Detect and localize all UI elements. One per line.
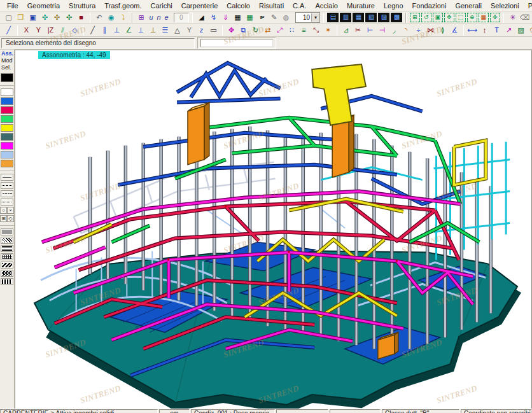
measure-pencil-icon[interactable]: ✎ [268,12,280,24]
stretch-element-icon[interactable]: ⤢ [274,25,286,36]
snap-free-icon[interactable]: ╱ [87,25,99,36]
stop-record-icon[interactable]: ■ [75,12,87,24]
explode-element-icon[interactable]: ✶ [322,25,334,36]
menu-calcolo[interactable]: Calcolo [222,1,255,10]
menu-struttura[interactable]: Struttura [64,1,100,10]
leader-tool-icon[interactable]: ↗ [503,25,515,36]
color-swatch-ff00ff[interactable] [1,142,13,150]
angle-tool-icon[interactable]: ∡ [449,25,461,36]
menu-risultati[interactable]: Risultati [255,1,288,10]
select-polyline-icon[interactable]: ↯ [207,12,220,24]
join-tool-icon[interactable]: ⋈ [424,25,437,36]
marker-cross[interactable]: × [7,207,14,214]
drawing-canvas[interactable]: Assonometria : 44, -49 [15,50,532,409]
chamfer-tool-icon[interactable]: ◝ [400,25,412,36]
zoom-all-icon[interactable]: ✜ [490,13,500,22]
model-3d-view[interactable] [15,50,531,409]
window-layout-5-icon[interactable]: ▨ [378,13,389,22]
linestyle-dashdot[interactable] [1,190,13,197]
menu-geometria[interactable]: Geometria [23,1,64,10]
snap-parallel-icon[interactable]: ∥ [99,25,111,36]
coord-x-icon[interactable]: X [20,25,32,36]
globe-render-icon[interactable]: ◍ [280,12,292,24]
snap-box-icon[interactable]: ▭ [207,25,220,36]
marker-circle[interactable]: ○ [0,207,7,214]
zoom-grid-icon[interactable]: ▦ [479,13,489,22]
snap-axis-z-icon[interactable]: z [195,25,207,36]
menu-trasf-geom-[interactable]: Trasf.geom. [100,1,146,10]
fill-solid-gray[interactable] [1,228,13,235]
extend-right-icon[interactable]: ⊣ [376,25,388,36]
combo-dropdown-icon[interactable]: ▾ [311,13,319,22]
coord-y-icon[interactable]: Y [32,25,45,36]
window-layout-2-icon[interactable]: ▥ [340,13,351,22]
zoom-extents-icon[interactable]: ▣ [433,13,443,22]
render-3d-icon[interactable]: ◉ [105,12,117,24]
poly-diamond-icon[interactable]: ◇ [69,25,81,36]
color-swatch-e8005a[interactable] [1,106,13,114]
menu-propriet-[interactable]: Proprietà [524,1,532,10]
hatch-diagonal-fine[interactable] [1,237,13,244]
linestyle-dashed[interactable] [1,182,13,189]
window-layout-4-icon[interactable]: ▧ [365,13,377,22]
linestyle-solid[interactable] [1,174,13,181]
snap-base-icon[interactable]: ⊥ [147,25,159,36]
menu-generali[interactable]: Generali [451,1,486,10]
move-node-icon[interactable]: ✥ [225,25,237,36]
mode-ass-label[interactable]: Ass. [0,50,14,57]
numeric-input[interactable]: 0 [174,13,189,22]
linestyle-dotted[interactable] [1,199,13,206]
open-folder-icon[interactable]: ❒ [15,12,27,24]
break-tool-icon[interactable]: ≬ [437,25,449,36]
command-input[interactable] [200,39,273,47]
zoom-center-icon[interactable]: ⊕ [467,13,477,22]
parallel-pair-icon[interactable]: ⫽ [57,25,69,36]
mode-mod-label[interactable]: Mod [0,57,14,64]
menu-fondazioni[interactable]: Fondazioni [408,1,451,10]
coord-z-icon[interactable]: |Z [45,25,57,36]
table-colored-icon[interactable]: ▦ [244,12,256,24]
color-swatch-3d6b6b[interactable] [1,133,13,141]
zoom-scale-combo[interactable]: 10 ▾ [295,12,320,23]
zoom-dynamic-icon[interactable]: ⬚ [456,13,466,22]
scale-element-icon[interactable]: ⤡ [310,25,322,36]
color-swatch-f2f200[interactable] [1,124,13,132]
color-swatch-22e06a[interactable] [1,115,13,123]
snap-triple-icon[interactable]: ☰ [159,25,171,36]
font-properties-icon[interactable]: fP [256,12,268,24]
table-dark-icon[interactable]: ▦ [232,12,244,24]
menu-file[interactable]: File [3,1,23,10]
area-measure-icon[interactable]: ⬠ [527,25,532,36]
divide-tool-icon[interactable]: ÷ [412,25,424,36]
marker-grid[interactable]: ⊞ [0,215,7,222]
hatch-checker-fine[interactable] [1,253,13,260]
new-file-icon[interactable]: ▢ [3,12,15,24]
pan-view-icon[interactable]: ✥ [444,13,454,22]
draw-line-icon[interactable]: ╱ [3,25,15,36]
undo-icon[interactable]: ↶ [93,12,105,24]
copy-element-icon[interactable]: ⧉ [237,25,249,36]
offset-element-icon[interactable]: ≡ [298,25,310,36]
window-layout-3-icon[interactable]: ▦ [353,13,364,22]
hatch-horizontal[interactable] [1,245,13,252]
hatch-diagonal-coarse[interactable] [1,262,13,269]
mode-sel-label[interactable]: Sel. [0,64,14,71]
text-label-icon[interactable]: T [491,25,503,36]
menu-selezioni[interactable]: Selezioni [486,1,524,10]
array-copy-icon[interactable]: ∷ [286,25,298,36]
color-swatch-ffffff[interactable] [1,88,13,96]
send-to-icon[interactable]: ⤵ [117,12,129,24]
zoom-previous-icon[interactable]: ↺ [421,13,431,22]
save-icon[interactable]: ▣ [27,12,39,24]
window-layout-6-icon[interactable]: ▩ [391,13,402,22]
filter-u-icon[interactable]: u [148,12,155,24]
export-archive-icon[interactable]: ✣ [63,12,75,24]
fillet-tool-icon[interactable]: ◞ [388,25,400,36]
menu-murature[interactable]: Murature [342,1,379,10]
dim-vertical-icon[interactable]: ↕ [479,25,491,36]
menu-carichi[interactable]: Carichi [146,1,177,10]
menu-acciaio[interactable]: Acciaio [311,1,342,10]
color-swatch-a8c8f0[interactable] [1,151,13,158]
import-archive-icon[interactable]: ✣ [39,12,51,24]
menu-carpenterie[interactable]: Carpenterie [177,1,222,10]
